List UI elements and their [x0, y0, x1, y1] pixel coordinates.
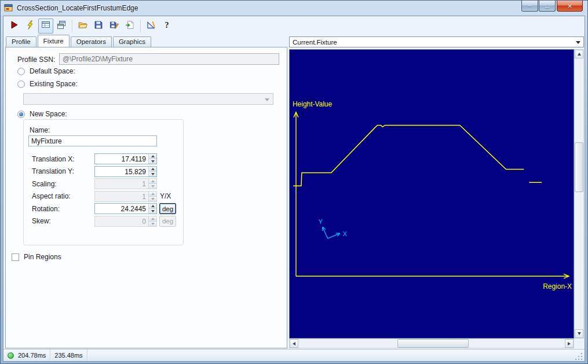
vertical-scrollbar[interactable]: [574, 49, 584, 339]
tryout-button[interactable]: [23, 19, 38, 34]
fixture-tab-page: Profile SSN: @\Profile2D\MyFixture Defau…: [5, 47, 287, 348]
name-field[interactable]: MyFixture: [28, 135, 157, 146]
existing-space-radio[interactable]: [17, 80, 25, 88]
triangle-down-icon: [578, 332, 581, 335]
rotation-spin-down-button[interactable]: [149, 209, 156, 214]
transform-fields: Translation X:17.4119Translation Y:15.82…: [24, 153, 183, 228]
translation-x-value[interactable]: 17.4119: [95, 154, 148, 164]
new-space-label: New Space:: [30, 110, 67, 118]
horizontal-scrollbar[interactable]: [289, 339, 574, 348]
maximize-button[interactable]: □: [539, 1, 556, 12]
lightning-icon: [25, 20, 35, 32]
scroll-right-button[interactable]: [565, 339, 574, 348]
triangle-right-icon: [568, 342, 571, 345]
translation-y-input[interactable]: 15.829: [94, 166, 157, 177]
rotation-value[interactable]: 24.2445: [95, 204, 148, 214]
marker-y-label: Y: [319, 218, 323, 225]
import-button[interactable]: [122, 19, 137, 34]
save-as-button[interactable]: [107, 19, 122, 34]
translation-x-spinner: [148, 154, 156, 164]
help-button[interactable]: ?: [159, 19, 174, 34]
pin-regions-checkbox[interactable]: [12, 253, 19, 261]
skew-input: 0: [94, 216, 157, 227]
skew-spin-down-button: [149, 222, 156, 226]
triangle-up-icon: [151, 155, 155, 157]
minimize-button[interactable]: −: [521, 1, 538, 12]
existing-space-select: [23, 93, 273, 105]
scaling-spinner: [148, 179, 156, 189]
translation-y-label: Translation Y:: [32, 167, 94, 175]
status-time-2: 235.48ms: [54, 352, 82, 359]
triangle-down-icon: [151, 198, 155, 200]
resize-grip[interactable]: [575, 352, 583, 360]
existing-space-radio-row: Existing Space:: [17, 80, 78, 88]
scaling-input: 1: [94, 178, 157, 189]
marker-x-label: X: [343, 230, 348, 237]
scaling-value: 1: [95, 179, 148, 189]
pin-regions-label: Pin Regions: [24, 253, 61, 261]
aspect-ratio-input: 1: [94, 191, 157, 202]
scroll-up-button[interactable]: [575, 50, 583, 58]
open-button[interactable]: [75, 19, 90, 34]
horizontal-scroll-thumb[interactable]: [397, 339, 469, 348]
tab-graphics[interactable]: Graphics: [113, 36, 151, 47]
toolbar-separator: [140, 20, 141, 32]
measure-icon: [147, 20, 156, 32]
aspect-ratio-spin-down-button: [149, 197, 156, 201]
aspect-ratio-label: Aspect ratio:: [32, 192, 94, 200]
triangle-left-icon: [293, 342, 295, 345]
main-area: ProfileFixtureOperatorsGraphics Profile …: [5, 36, 584, 348]
run-button[interactable]: [7, 19, 22, 34]
window-controls: − □ ×: [521, 1, 583, 12]
default-space-label: Default Space:: [30, 67, 75, 75]
field-row-translation-y: Translation Y:15.829: [24, 166, 183, 177]
translation-y-value[interactable]: 15.829: [95, 167, 148, 177]
new-space-radio[interactable]: [17, 111, 25, 118]
translation-x-spin-down-button[interactable]: [149, 159, 156, 164]
translation-y-spin-up-button[interactable]: [149, 167, 156, 172]
scroll-left-button[interactable]: [290, 339, 298, 348]
aspect-ratio-suffix-label: Y/X: [160, 192, 171, 200]
chevron-down-icon: [576, 41, 580, 44]
translation-x-spin-up-button[interactable]: [149, 154, 156, 159]
triangle-up-icon: [151, 168, 155, 170]
save-as-icon: [109, 20, 119, 32]
titlebar[interactable]: CrossSection_LocateFirstFrustumEdge − □ …: [1, 1, 587, 16]
tab-profile[interactable]: Profile: [6, 36, 36, 47]
clone-display-button[interactable]: [54, 19, 69, 34]
translation-y-spinner: [148, 167, 156, 177]
aspect-ratio-value: 1: [95, 192, 148, 201]
toolbar-separator: [72, 20, 72, 32]
app-icon: [4, 3, 13, 13]
tab-operators[interactable]: Operators: [71, 36, 112, 47]
field-row-rotation: Rotation:24.2445deg: [24, 203, 183, 214]
plot-canvas[interactable]: Height-Value Region-X Y X: [289, 49, 574, 339]
pin-regions-row: Pin Regions: [12, 253, 61, 261]
status-pane-empty: [87, 350, 575, 361]
skew-value: 0: [95, 216, 148, 226]
rotation-spin-up-button[interactable]: [149, 204, 156, 209]
save-button[interactable]: [91, 19, 106, 34]
close-button[interactable]: ×: [557, 1, 583, 12]
default-space-radio[interactable]: [17, 68, 25, 75]
translation-y-spin-down-button[interactable]: [149, 172, 156, 177]
vertical-scroll-thumb[interactable]: [575, 142, 583, 192]
viewer-panel: Current.Fixture Height-Value Region-X: [289, 36, 584, 348]
rotation-unit-button[interactable]: deg: [159, 203, 176, 214]
tab-fixture[interactable]: Fixture: [38, 35, 70, 47]
x-axis-label: Region-X: [543, 282, 572, 291]
translation-x-input[interactable]: 17.4119: [94, 153, 157, 164]
rotation-input[interactable]: 24.2445: [94, 203, 157, 214]
display-toggle-button[interactable]: [38, 19, 53, 34]
measure-button[interactable]: [144, 19, 159, 34]
svg-text:?: ?: [165, 21, 169, 30]
tab-bar: ProfileFixtureOperatorsGraphics: [6, 36, 152, 47]
new-space-groupbox: Name: MyFixture Translation X:17.4119Tra…: [23, 119, 184, 245]
aspect-ratio-spin-up-button: [149, 192, 156, 197]
viewer-source-select[interactable]: Current.Fixture: [289, 36, 584, 47]
triangle-up-icon: [578, 53, 581, 56]
profile-ssn-field[interactable]: @\Profile2D\MyFixture: [59, 53, 279, 65]
scroll-down-button[interactable]: [575, 329, 583, 338]
skew-label: Skew:: [32, 217, 94, 225]
triangle-up-icon: [151, 180, 155, 182]
